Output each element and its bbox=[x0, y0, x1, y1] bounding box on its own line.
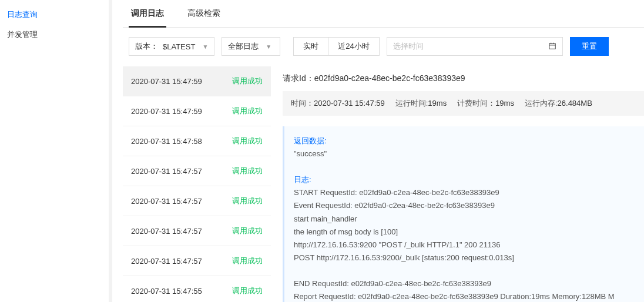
metrics-bar: 时间：2020-07-31 15:47:59 运行时间:19ms 计费时间：19… bbox=[283, 91, 644, 116]
chevron-down-icon: ▼ bbox=[266, 43, 271, 50]
log-row-status: 调用成功 bbox=[232, 286, 263, 296]
log-line: Event RequestId: e02fd9a0-c2ea-48ec-be2c… bbox=[294, 199, 635, 212]
log-row[interactable]: 2020-07-31 15:47:57调用成功 bbox=[123, 216, 271, 246]
log-row-time: 2020-07-31 15:47:57 bbox=[131, 167, 202, 176]
log-line bbox=[294, 264, 635, 277]
return-data-body: "success" bbox=[294, 147, 635, 160]
log-line: http://172.16.16.53:9200 "POST /_bulk HT… bbox=[294, 239, 635, 251]
version-select[interactable]: 版本： $LATEST ▼ bbox=[129, 37, 214, 56]
logtype-select[interactable]: 全部日志 ▼ bbox=[222, 37, 280, 56]
log-row-time: 2020-07-31 15:47:55 bbox=[131, 287, 202, 296]
log-row[interactable]: 2020-07-31 15:47:57调用成功 bbox=[123, 156, 271, 186]
log-lines: START RequestId: e02fd9a0-c2ea-48ec-be2c… bbox=[294, 186, 635, 302]
log-row[interactable]: 2020-07-31 15:47:59调用成功 bbox=[123, 96, 271, 126]
log-row-status: 调用成功 bbox=[232, 226, 263, 236]
calendar-icon bbox=[548, 42, 556, 52]
datetime-placeholder: 选择时间 bbox=[393, 41, 424, 52]
chevron-down-icon: ▼ bbox=[202, 43, 208, 50]
log-row-status: 调用成功 bbox=[232, 136, 263, 146]
metric-runtime: 运行时间:19ms bbox=[395, 98, 447, 109]
version-select-label: 版本： bbox=[135, 41, 158, 52]
log-detail: 请求Id：e02fd9a0-c2ea-48ec-be2c-fc63e38393e… bbox=[271, 66, 644, 302]
datetime-picker[interactable]: 选择时间 bbox=[387, 37, 563, 56]
log-row[interactable]: 2020-07-31 15:47:59调用成功 bbox=[123, 66, 271, 96]
metric-time: 时间：2020-07-31 15:47:59 bbox=[291, 98, 385, 109]
log-title: 日志: bbox=[294, 173, 635, 186]
svg-rect-0 bbox=[549, 43, 556, 48]
main-panel: 调用日志 高级检索 版本： $LATEST ▼ 全部日志 ▼ 实时 近24小时 … bbox=[112, 0, 644, 302]
time-segment-group: 实时 近24小时 bbox=[293, 37, 379, 56]
sidebar: 日志查询 并发管理 bbox=[0, 0, 109, 302]
log-line: END RequestId: e02fd9a0-c2ea-48ec-be2c-f… bbox=[294, 277, 635, 290]
metric-memory: 运行内存:26.484MB bbox=[525, 98, 592, 109]
sidebar-item-log-query[interactable]: 日志查询 bbox=[0, 5, 109, 25]
version-select-value: $LATEST bbox=[163, 42, 195, 51]
log-output[interactable]: 返回数据: "success" 日志: START RequestId: e02… bbox=[283, 126, 644, 302]
content-area: 2020-07-31 15:47:59调用成功2020-07-31 15:47:… bbox=[123, 66, 644, 302]
request-id-line: 请求Id：e02fd9a0-c2ea-48ec-be2c-fc63e38393e… bbox=[283, 73, 644, 84]
log-row-status: 调用成功 bbox=[232, 106, 263, 116]
log-row-status: 调用成功 bbox=[232, 166, 263, 176]
reset-button[interactable]: 重置 bbox=[570, 37, 609, 56]
log-row-status: 调用成功 bbox=[232, 76, 263, 86]
log-row-status: 调用成功 bbox=[232, 256, 263, 266]
log-row-time: 2020-07-31 15:47:57 bbox=[131, 227, 202, 236]
request-id-value: e02fd9a0-c2ea-48ec-be2c-fc63e38393e9 bbox=[314, 73, 465, 83]
sidebar-item-concurrency[interactable]: 并发管理 bbox=[0, 25, 109, 45]
log-line: the length of msg body is [100] bbox=[294, 226, 635, 239]
log-line: START RequestId: e02fd9a0-c2ea-48ec-be2c… bbox=[294, 186, 635, 199]
tab-call-log[interactable]: 调用日志 bbox=[129, 0, 166, 27]
log-row-status: 调用成功 bbox=[232, 196, 263, 206]
log-row-time: 2020-07-31 15:47:57 bbox=[131, 257, 202, 266]
log-line: Report RequestId: e02fd9a0-c2ea-48ec-be2… bbox=[294, 290, 635, 302]
logtype-select-value: 全部日志 bbox=[228, 41, 259, 52]
log-row[interactable]: 2020-07-31 15:47:57调用成功 bbox=[123, 246, 271, 276]
log-row[interactable]: 2020-07-31 15:47:55调用成功 bbox=[123, 276, 271, 302]
tab-advanced-search[interactable]: 高级检索 bbox=[185, 0, 223, 27]
seg-realtime[interactable]: 实时 bbox=[293, 37, 328, 56]
log-list[interactable]: 2020-07-31 15:47:59调用成功2020-07-31 15:47:… bbox=[123, 66, 271, 302]
log-row-time: 2020-07-31 15:47:59 bbox=[131, 107, 202, 116]
seg-24h[interactable]: 近24小时 bbox=[328, 37, 379, 56]
request-id-label: 请求Id： bbox=[283, 73, 314, 83]
log-line: start main_handler bbox=[294, 213, 635, 226]
filter-bar: 版本： $LATEST ▼ 全部日志 ▼ 实时 近24小时 选择时间 重置 bbox=[123, 28, 644, 66]
log-row-time: 2020-07-31 15:47:58 bbox=[131, 137, 202, 146]
log-row[interactable]: 2020-07-31 15:47:57调用成功 bbox=[123, 186, 271, 216]
return-data-title: 返回数据: bbox=[294, 135, 635, 147]
log-row[interactable]: 2020-07-31 15:47:58调用成功 bbox=[123, 126, 271, 156]
log-row-time: 2020-07-31 15:47:57 bbox=[131, 197, 202, 206]
log-line: POST http://172.16.16.53:9200/_bulk [sta… bbox=[294, 251, 635, 264]
log-row-time: 2020-07-31 15:47:59 bbox=[131, 77, 202, 86]
tab-bar: 调用日志 高级检索 bbox=[123, 0, 644, 28]
metric-billed: 计费时间：19ms bbox=[457, 98, 514, 109]
